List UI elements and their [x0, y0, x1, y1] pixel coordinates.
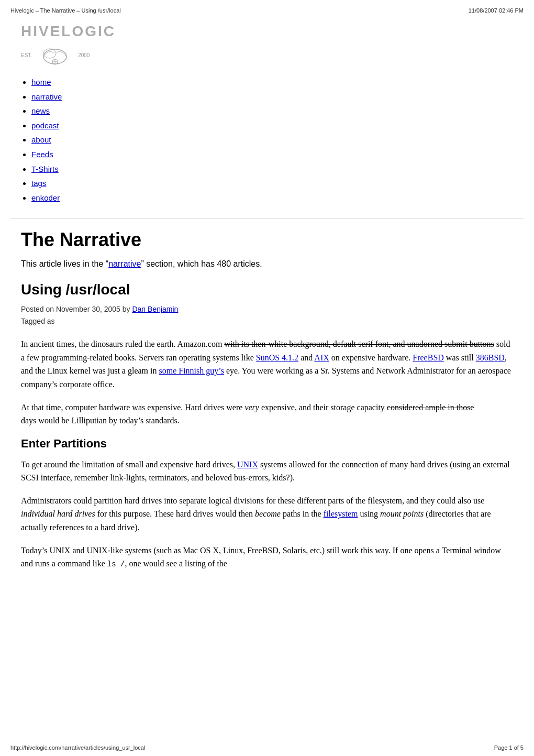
article-paragraph-4: Administrators could partition hard driv… [21, 494, 513, 534]
article-paragraph-1: In ancient times, the dinosaurs ruled th… [21, 337, 513, 391]
logo-bee-icon [34, 42, 76, 68]
subheading-enter-partitions: Enter Partitions [21, 437, 513, 451]
page-footer: http://hivelogic.com/narrative/articles/… [10, 744, 524, 751]
main-nav: home narrative news podcast about Feeds … [10, 70, 524, 210]
filesystem-link[interactable]: filesystem [324, 509, 358, 518]
em-individual-hard-drives: individual hard drives [21, 509, 95, 518]
strikethrough-text-1: with its then-white background, default … [224, 339, 494, 348]
article-paragraph-5: Today’s UNIX and UNIX-like systems (such… [21, 544, 513, 571]
nav-item-podcast[interactable]: podcast [31, 119, 524, 133]
nav-item-enkoder[interactable]: enkoder [31, 191, 524, 205]
nav-item-news[interactable]: news [31, 104, 524, 118]
section-narrative-link[interactable]: narrative [108, 259, 141, 268]
nav-link-feeds[interactable]: Feeds [31, 150, 53, 159]
nav-link-news[interactable]: news [31, 106, 50, 115]
nav-divider [10, 218, 524, 218]
unix-link[interactable]: UNIX [237, 460, 258, 469]
finnish-link[interactable]: some Finnish guy’s [159, 366, 224, 375]
article-meta: Posted on November 30, 2005 by Dan Benja… [21, 303, 513, 327]
nav-item-feeds[interactable]: Feeds [31, 148, 524, 161]
nav-link-podcast[interactable]: podcast [31, 121, 59, 130]
article-paragraph-3: To get around the limitation of small an… [21, 458, 513, 485]
nav-link-home[interactable]: home [31, 78, 51, 86]
freebsd-link[interactable]: FreeBSD [413, 353, 444, 362]
section-title: The Narrative [21, 229, 513, 251]
main-content: The Narrative This article lives in the … [10, 229, 524, 571]
sunos-link[interactable]: SunOS 4.1.2 [256, 353, 298, 362]
logo-year: 2000 [78, 52, 90, 58]
nav-item-tags[interactable]: tags [31, 177, 524, 190]
section-description: This article lives in the “narrative” se… [21, 259, 513, 269]
em-become: become [255, 509, 281, 518]
footer-url: http://hivelogic.com/narrative/articles/… [10, 744, 145, 751]
em-mount-points: mount points [380, 509, 424, 518]
nav-item-home[interactable]: home [31, 75, 524, 89]
article-body: In ancient times, the dinosaurs ruled th… [21, 337, 513, 571]
site-logo: HIVELOGIC [21, 23, 524, 40]
386bsd-link[interactable]: 386BSD [476, 353, 505, 362]
browser-datetime: 11/08/2007 02:46 PM [469, 7, 524, 14]
nav-link-about[interactable]: about [31, 135, 51, 144]
code-ls: ls / [107, 560, 125, 568]
nav-link-tshirts[interactable]: T-Shirts [31, 165, 59, 173]
nav-item-about[interactable]: about [31, 133, 524, 147]
logo-est: EST. [21, 52, 32, 58]
browser-title: Hivelogic – The Narrative – Using /usr/l… [10, 7, 121, 14]
nav-link-tags[interactable]: tags [31, 179, 46, 188]
nav-link-narrative[interactable]: narrative [31, 92, 62, 101]
footer-page: Page 1 of 5 [494, 744, 524, 751]
author-link[interactable]: Dan Benjamin [132, 305, 178, 313]
article-paragraph-2: At that time, computer hardware was expe… [21, 401, 513, 428]
nav-item-narrative[interactable]: narrative [31, 90, 524, 104]
nav-item-tshirts[interactable]: T-Shirts [31, 162, 524, 176]
nav-link-enkoder[interactable]: enkoder [31, 193, 60, 202]
aix-link[interactable]: AIX [314, 353, 329, 362]
article-title: Using /usr/local [21, 281, 513, 298]
